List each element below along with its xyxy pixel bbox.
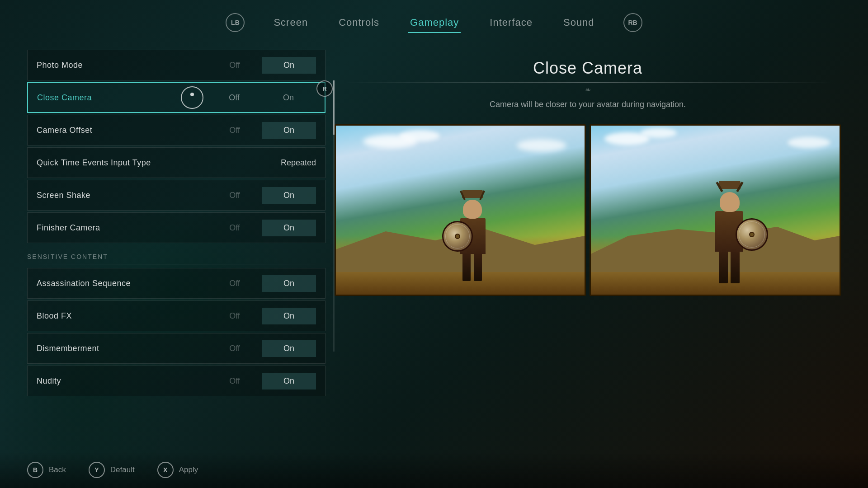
setting-assassination[interactable]: Assassination Sequence Off On (27, 268, 326, 299)
toggle-off-assassination[interactable]: Off (208, 275, 262, 292)
setting-label-dismemberment: Dismemberment (37, 344, 208, 353)
setting-screen-shake[interactable]: Screen Shake Off On (27, 180, 326, 211)
helmet2 (719, 181, 741, 195)
setting-label-assassination: Assassination Sequence (37, 279, 208, 288)
detail-description: Camera will be closer to your avatar dur… (326, 99, 850, 120)
setting-blood-fx[interactable]: Blood FX Off On (27, 300, 326, 331)
qte-value: Repeated (208, 158, 316, 168)
leg-r (474, 252, 482, 281)
preview-container (335, 124, 841, 296)
toggle-off-screen-shake[interactable]: Off (208, 187, 262, 204)
helmet-base (462, 190, 483, 198)
back-btn-circle[interactable]: B (27, 462, 43, 478)
setting-dismemberment[interactable]: Dismemberment Off On (27, 333, 326, 364)
helmet (462, 190, 483, 203)
close-camera-slider[interactable] (181, 86, 203, 109)
setting-nudity[interactable]: Nudity Off On (27, 366, 326, 396)
tab-sound[interactable]: Sound (561, 13, 596, 32)
close-camera-off[interactable]: Off (207, 89, 261, 106)
toggle-on-nudity[interactable]: On (262, 373, 316, 389)
toggle-nudity[interactable]: Off On (208, 373, 316, 389)
toggle-on-dismemberment[interactable]: On (262, 340, 316, 357)
shield-boss (455, 234, 460, 239)
detail-title: Close Camera (326, 50, 850, 82)
setting-label-nudity: Nudity (37, 376, 208, 386)
detail-divider-top (344, 82, 832, 83)
shield2 (736, 218, 768, 251)
top-navigation: LB Screen Controls Gameplay Interface So… (0, 0, 868, 45)
rb-button[interactable]: RB (623, 13, 642, 32)
preview-bg-left (336, 126, 585, 295)
apply-button[interactable]: X Apply (157, 462, 198, 478)
toggle-off-finisher-camera[interactable]: Off (208, 220, 262, 236)
close-camera-on[interactable]: On (261, 89, 316, 106)
settings-panel: Photo Mode Off On Close Camera Off On Ca… (27, 50, 326, 398)
setting-camera-offset[interactable]: Camera Offset Off On (27, 115, 326, 145)
toggle-off-blood-fx[interactable]: Off (208, 308, 262, 324)
toggle-on-blood-fx[interactable]: On (262, 308, 316, 324)
setting-qte[interactable]: Quick Time Events Input Type Repeated (27, 147, 326, 178)
setting-label-screen-shake: Screen Shake (37, 191, 208, 200)
preview-bg-right (591, 126, 840, 295)
setting-label-finisher-camera: Finisher Camera (37, 223, 208, 233)
toggle-off-photo-mode[interactable]: Off (208, 57, 262, 74)
default-btn-label: Default (110, 465, 135, 474)
toggle-on-screen-shake[interactable]: On (262, 187, 316, 204)
toggle-on-camera-offset[interactable]: On (262, 122, 316, 139)
preview-image-right (590, 124, 841, 296)
leg-l2 (719, 249, 728, 283)
toggle-on-photo-mode[interactable]: On (262, 57, 316, 74)
toggle-screen-shake[interactable]: Off On (208, 187, 316, 204)
r-button[interactable]: R (316, 80, 333, 97)
back-button[interactable]: B Back (27, 462, 66, 478)
toggle-off-nudity[interactable]: Off (208, 373, 262, 389)
leg-l (462, 252, 471, 281)
setting-label-qte: Quick Time Events Input Type (37, 158, 208, 168)
leg-r2 (731, 249, 740, 283)
setting-label-blood-fx: Blood FX (37, 311, 208, 321)
shield (442, 221, 473, 252)
toggle-off-dismemberment[interactable]: Off (208, 340, 262, 357)
detail-ornament: ❧ (326, 85, 850, 94)
toggle-camera-offset[interactable]: Off On (208, 122, 316, 139)
toggle-on-assassination[interactable]: On (262, 275, 316, 292)
toggle-photo-mode[interactable]: Off On (208, 57, 316, 74)
setting-label-camera-offset: Camera Offset (37, 126, 208, 135)
tab-gameplay[interactable]: Gameplay (408, 13, 461, 32)
cloud-3 (517, 139, 566, 152)
tab-screen[interactable]: Screen (272, 13, 310, 32)
shield-boss2 (749, 232, 755, 237)
cloud-2 (399, 130, 440, 141)
tab-interface[interactable]: Interface (488, 13, 534, 32)
default-button[interactable]: Y Default (89, 462, 135, 478)
toggle-off-camera-offset[interactable]: Off (208, 122, 262, 139)
toggle-assassination[interactable]: Off On (208, 275, 316, 292)
slider-dot (190, 93, 194, 96)
toggle-finisher-camera[interactable]: Off On (208, 220, 316, 236)
toggle-on-finisher-camera[interactable]: On (262, 220, 316, 236)
setting-label-photo-mode: Photo Mode (37, 61, 208, 70)
lb-button[interactable]: LB (226, 13, 245, 32)
setting-label-close-camera: Close Camera (37, 93, 181, 103)
apply-btn-label: Apply (179, 465, 198, 474)
toggle-blood-fx[interactable]: Off On (208, 308, 316, 324)
section-divider (27, 264, 326, 264)
helmet-base2 (719, 181, 741, 189)
tab-controls[interactable]: Controls (337, 13, 381, 32)
bottom-bar: B Back Y Default X Apply (0, 452, 868, 488)
cloud-r2 (641, 128, 677, 138)
preview-image-left (335, 124, 586, 296)
setting-finisher-camera[interactable]: Finisher Camera Off On (27, 212, 326, 243)
detail-panel: Close Camera ❧ Camera will be closer to … (326, 50, 850, 296)
cloud-r3 (788, 137, 830, 148)
sensitive-content-header: SENSITIVE CONTENT (27, 245, 326, 264)
setting-close-camera[interactable]: Close Camera Off On (27, 82, 326, 113)
toggle-dismemberment[interactable]: Off On (208, 340, 316, 357)
apply-btn-circle[interactable]: X (157, 462, 174, 478)
default-btn-circle[interactable]: Y (89, 462, 105, 478)
setting-photo-mode[interactable]: Photo Mode Off On (27, 50, 326, 80)
back-btn-label: Back (49, 465, 66, 474)
